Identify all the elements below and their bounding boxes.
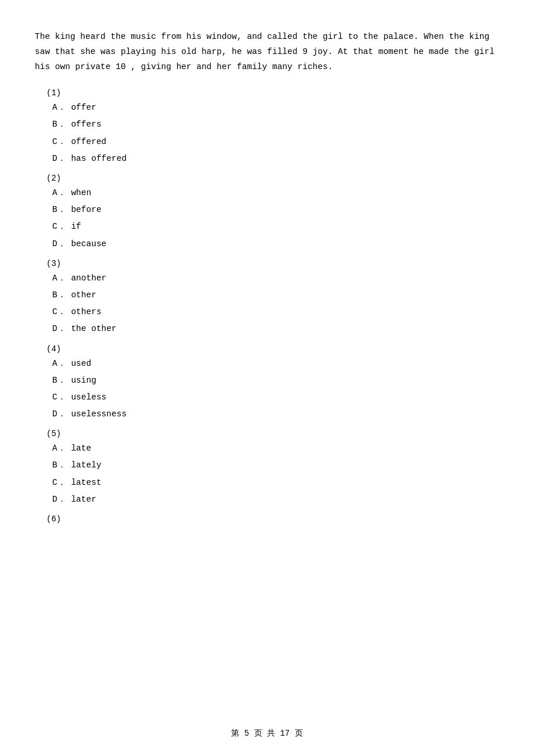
option-5-2[interactable]: B． lately [46,459,499,472]
option-5-1[interactable]: A． late [46,442,499,455]
question-group-3: (3)A． anotherB． otherC． othersD． the oth… [35,259,499,336]
question-group-5: (5)A． lateB． latelyC． latestD． later [35,429,499,506]
option-2-3[interactable]: C． if [46,220,499,233]
option-1-4[interactable]: D． has offered [46,152,499,165]
question-group-4: (4)A． usedB． usingC． uselessD． uselessne… [35,344,499,422]
option-1-1[interactable]: A． offer [46,101,499,114]
option-2-4[interactable]: D． because [46,237,499,251]
question-group-1: (1)A． offerB． offersC． offeredD． has off… [35,88,499,165]
page-footer: 第 5 页 共 17 页 [0,728,534,739]
question-number-5: (5) [46,429,499,438]
question-number-3: (3) [46,259,499,268]
option-5-3[interactable]: C． latest [46,476,499,489]
option-5-4[interactable]: D． later [46,493,499,506]
option-4-2[interactable]: B． using [46,374,499,387]
option-1-3[interactable]: C． offered [46,135,499,149]
intro-paragraph: The king heard the music from his window… [35,29,499,74]
question-number-4: (4) [46,344,499,354]
option-3-4[interactable]: D． the other [46,322,499,336]
question-number-2: (2) [46,174,499,183]
question-number-6: (6) [46,514,499,524]
page-content: The king heard the music from his window… [0,0,534,564]
option-1-2[interactable]: B． offers [46,118,499,131]
footer-text: 第 5 页 共 17 页 [231,729,302,738]
option-4-1[interactable]: A． used [46,357,499,370]
question-group-6: (6) [35,514,499,524]
option-4-4[interactable]: D． uselessness [46,408,499,421]
option-3-3[interactable]: C． others [46,305,499,319]
questions-container: (1)A． offerB． offersC． offeredD． has off… [35,88,499,524]
question-group-2: (2)A． whenB． beforeC． ifD． because [35,174,499,251]
option-3-1[interactable]: A． another [46,272,499,285]
option-4-3[interactable]: C． useless [46,391,499,404]
option-2-1[interactable]: A． when [46,186,499,200]
option-2-2[interactable]: B． before [46,203,499,217]
question-number-1: (1) [46,88,499,98]
option-3-2[interactable]: B． other [46,289,499,302]
